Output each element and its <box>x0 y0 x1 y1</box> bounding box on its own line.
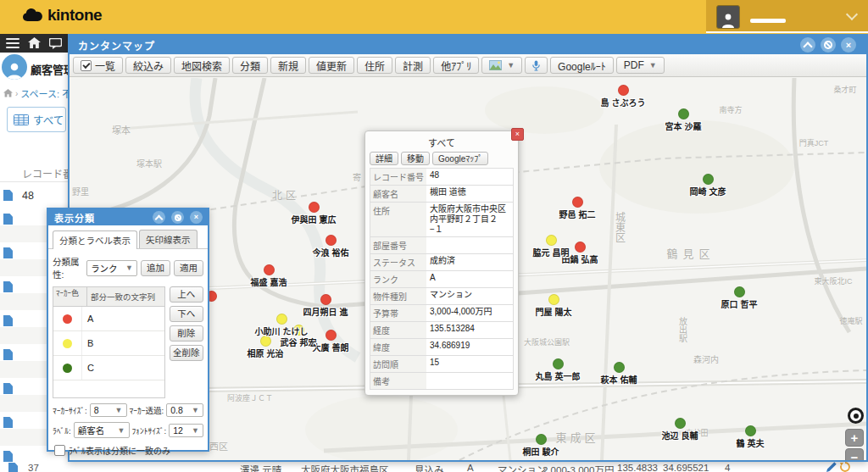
refresh-icon[interactable] <box>840 462 850 472</box>
display-classification-panel: 表示分類 × 分類とラベル表示 矢印線表示 分類属性: ランク▼ 追加 適用 ﾏ… <box>47 208 209 452</box>
classification-row[interactable]: B <box>53 331 164 356</box>
marker-color-cell <box>53 307 82 330</box>
map-marker[interactable] <box>703 174 714 185</box>
record-row-48[interactable]: 48 <box>0 181 68 210</box>
panel-minimize-button[interactable] <box>171 211 184 224</box>
map-marker[interactable] <box>734 286 745 297</box>
toolbar-classify-button[interactable]: 分類 <box>232 57 268 74</box>
kintone-logo[interactable]: kintone <box>22 6 102 25</box>
classification-row[interactable]: A <box>53 307 164 331</box>
label-match-only-checkbox[interactable] <box>54 445 65 456</box>
home-icon[interactable] <box>28 37 41 49</box>
map-marker[interactable] <box>553 358 564 369</box>
toolbar-voice-button[interactable] <box>525 57 548 74</box>
panel-titlebar[interactable]: 表示分類 × <box>48 209 208 225</box>
classification-row[interactable]: C <box>53 356 164 380</box>
map-marker[interactable] <box>546 235 557 246</box>
hamburger-menu-icon[interactable] <box>6 38 19 48</box>
label-field-select[interactable]: 顧客名▼ <box>74 422 130 438</box>
map-marker[interactable] <box>575 242 586 253</box>
toolbar-map-search-button[interactable]: 地図検索 <box>174 57 230 74</box>
window-titlebar[interactable]: カンタンマップ × <box>70 36 866 54</box>
toolbar-map-type-button[interactable]: ▼ <box>481 57 522 74</box>
map-marker[interactable] <box>536 434 547 445</box>
tab-classification-label[interactable]: 分類とラベル表示 <box>53 230 137 249</box>
global-nav <box>0 34 68 53</box>
toolbar-new-button[interactable]: 新規 <box>270 57 306 74</box>
attr-select[interactable]: ランク▼ <box>86 260 137 276</box>
breadcrumb-home-icon <box>3 89 13 97</box>
toolbar-filter-button[interactable]: 絞込み <box>125 57 171 74</box>
map-marker[interactable] <box>276 314 287 325</box>
panel-collapse-button[interactable] <box>153 211 165 224</box>
map-marker[interactable] <box>618 85 629 96</box>
window-close-button[interactable]: × <box>841 37 856 53</box>
add-button[interactable]: 追加 <box>141 260 170 276</box>
delete-button[interactable]: 削除 <box>170 325 203 342</box>
toolbar-pdf-button[interactable]: PDF▼ <box>616 57 665 74</box>
popup-detail-button[interactable]: 詳細 <box>370 152 398 165</box>
map-marker[interactable] <box>309 202 320 213</box>
toolbar-google-route-button[interactable]: Googleﾙｰﾄ <box>550 57 614 74</box>
delete-all-button[interactable]: 全削除 <box>170 345 203 361</box>
map-marker[interactable] <box>326 330 337 341</box>
record-file-icon[interactable] <box>3 383 13 394</box>
window-title: カンタンマップ <box>78 38 155 53</box>
window-collapse-button[interactable] <box>800 37 815 53</box>
user-menu[interactable] <box>706 0 868 32</box>
map-marker[interactable] <box>548 294 559 305</box>
map-marker[interactable] <box>320 294 331 305</box>
zoom-in-button[interactable]: + <box>845 429 864 447</box>
record-number-column-header[interactable]: レコード番 <box>22 166 73 180</box>
map-marker[interactable] <box>678 108 689 119</box>
record-file-icon[interactable] <box>3 281 13 292</box>
record-row-37[interactable]: 37澤邊 元晴大阪府大阪市福島区…見込みAマンション2,000-3,000万円1… <box>0 462 868 472</box>
marker-size-select[interactable]: 8▼ <box>90 403 127 417</box>
toolbar-measure-button[interactable]: 計測 <box>395 57 431 74</box>
view-selector-button[interactable]: すべて <box>7 107 66 132</box>
toolbar-other-app-button[interactable]: 他ｱﾌﾟﾘ <box>433 57 479 74</box>
breadcrumb[interactable]: › スペース: 不 <box>3 86 71 100</box>
move-down-button[interactable]: 下へ <box>170 306 203 322</box>
map-marker[interactable] <box>572 197 583 208</box>
app-icon[interactable] <box>2 54 27 80</box>
list-checkbox[interactable] <box>81 60 92 71</box>
move-up-button[interactable]: 上へ <box>170 286 203 303</box>
window-minimize-button[interactable] <box>821 37 836 53</box>
map-marker[interactable] <box>675 418 686 429</box>
panel-close-button[interactable]: × <box>190 211 203 224</box>
map-marker[interactable] <box>614 362 625 373</box>
app-title[interactable]: 顧客管理 <box>31 61 68 77</box>
zoom-out-button[interactable]: − <box>845 448 864 460</box>
map-marker[interactable] <box>326 235 337 246</box>
tab-arrow-lines[interactable]: 矢印線表示 <box>139 230 198 248</box>
record-file-icon[interactable] <box>3 451 13 462</box>
marker-label: 島 さぶろう <box>601 96 646 108</box>
record-file-icon[interactable] <box>3 214 13 225</box>
font-size-select[interactable]: 12▼ <box>169 424 203 437</box>
breadcrumb-space-link[interactable]: スペース: 不 <box>20 86 71 100</box>
popup-move-button[interactable]: 移動 <box>401 152 430 165</box>
record-file-icon[interactable] <box>3 247 13 258</box>
popup-google-maps-button[interactable]: Googleﾏｯﾌﾟ <box>432 152 488 165</box>
popup-close-icon[interactable]: × <box>511 128 524 141</box>
record-file-icon[interactable] <box>3 349 13 360</box>
toolbar-address-button[interactable]: 住所 <box>357 57 392 74</box>
apply-button[interactable]: 適用 <box>174 260 203 276</box>
marker-label: 原口 哲平 <box>721 297 758 310</box>
toolbar-list-button[interactable]: 一覧 <box>73 57 123 74</box>
marker-color-dot <box>63 339 72 348</box>
record-file-icon[interactable] <box>3 315 13 326</box>
map-marker[interactable] <box>745 425 756 436</box>
marker-opacity-select[interactable]: 0.8▼ <box>166 403 203 417</box>
record-file-icon[interactable] <box>3 417 13 428</box>
notifications-icon[interactable] <box>49 38 62 49</box>
record-file-icon[interactable] <box>8 463 18 472</box>
map-marker[interactable] <box>264 264 275 275</box>
marker-color-cell <box>53 331 82 355</box>
popup-field-label: 備考 <box>370 373 426 389</box>
record-file-icon[interactable] <box>3 190 13 201</box>
toolbar-update-value-button[interactable]: 値更新 <box>309 57 354 74</box>
edit-pencil-icon[interactable] <box>826 462 837 472</box>
gps-locate-icon[interactable] <box>848 408 864 424</box>
